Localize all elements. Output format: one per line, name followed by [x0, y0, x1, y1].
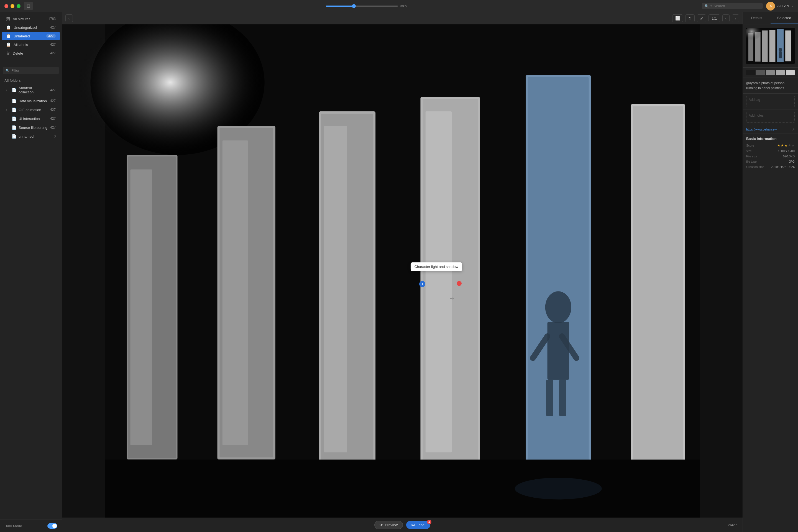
right-panel: Details Selected — [743, 12, 798, 532]
folder-item-amateur[interactable]: › 📄 Amateur collection 427 — [2, 84, 60, 96]
filter-input[interactable] — [11, 69, 58, 73]
folder-item-gif[interactable]: › 📄 GIF animation 427 — [2, 106, 60, 114]
filter-container: 🔍 — [3, 67, 59, 74]
crop-button[interactable]: ⬜ — [672, 14, 683, 22]
sidebar-label: All labels — [14, 43, 48, 47]
traffic-lights — [4, 4, 20, 8]
back-button[interactable]: ‹ — [65, 14, 73, 22]
folder-item-unnamed[interactable]: 📄 unnamed 0 — [2, 132, 60, 140]
star-rating[interactable]: ★ ★ ★ ★ ★ — [777, 144, 795, 147]
folder-count: 427 — [50, 99, 56, 103]
basic-info: Basic Information Score ★ ★ ★ ★ ★ size 1… — [743, 134, 798, 173]
sidebar-label: Unlabeled — [14, 34, 43, 38]
folder-item-source-file[interactable]: 📄 Source file sorting 427 — [2, 123, 60, 132]
uncategorized-icon: 📋 — [6, 25, 11, 30]
zoom-slider-container: 38% — [326, 4, 409, 8]
annotation-tooltip[interactable]: Character light and shadow — [411, 262, 462, 271]
image-toolbar: ‹ ⬜ ↻ ⤢ 1:1 ‹ › — [62, 12, 743, 24]
folder-count: 0 — [54, 134, 56, 138]
folder-icon: 📄 — [12, 108, 16, 112]
sidebar-item-all-pictures[interactable]: 🖼 All pictures 1783 — [2, 15, 60, 23]
folder-label: Source file sorting — [19, 126, 48, 130]
folder-count: 427 — [50, 126, 56, 129]
right-panel-tabs: Details Selected — [743, 12, 798, 24]
minimize-button[interactable] — [11, 4, 14, 8]
swatch-1[interactable] — [746, 70, 755, 75]
external-link-icon[interactable]: ↗ — [792, 128, 795, 131]
file-type-value: JPG — [789, 160, 795, 163]
svg-point-34 — [779, 48, 782, 52]
swatch-3[interactable] — [766, 70, 775, 75]
sidebar-toggle-button[interactable]: ⊟ — [24, 2, 33, 10]
dark-mode-toggle[interactable] — [48, 523, 57, 529]
folder-label: Data visualization — [19, 99, 48, 103]
eye-icon: 👁 — [380, 523, 383, 527]
tab-selected[interactable]: Selected — [771, 12, 798, 24]
zoom-percentage: 38% — [400, 4, 409, 8]
zoom-slider[interactable] — [326, 5, 398, 7]
svg-rect-35 — [779, 52, 782, 58]
svg-rect-8 — [223, 140, 248, 445]
sidebar-section-main: 🖼 All pictures 1783 📋 Uncategorized 427 … — [0, 12, 62, 60]
prev-image-button[interactable]: ‹ — [722, 14, 730, 22]
folders-section-title: All folders — [0, 76, 62, 84]
url-text: https://www.behance··· — [746, 128, 790, 131]
size-value: 1600 x 1200 — [778, 149, 795, 153]
preview-label: Preview — [385, 523, 398, 527]
star-4: ★ — [788, 144, 791, 147]
username: ALEAN — [777, 4, 789, 8]
chevron-down-icon: ⌄ — [791, 4, 794, 7]
tag-area: Add tag — [743, 94, 798, 110]
annotation-dot-1[interactable]: 1 — [419, 281, 425, 287]
preview-button[interactable]: 👁 Preview — [374, 521, 403, 529]
star-3: ★ — [784, 144, 787, 147]
swatch-2[interactable] — [756, 70, 765, 75]
file-size-label: File size — [746, 155, 757, 158]
folder-item-ui[interactable]: 📄 UI interaction 427 — [2, 114, 60, 123]
user-section[interactable]: A ALEAN ⌄ — [766, 2, 794, 11]
search-container: 🔍 ▾ — [702, 3, 763, 9]
svg-rect-24 — [633, 107, 683, 472]
main-layout: 🖼 All pictures 1783 📋 Uncategorized 427 … — [0, 12, 798, 532]
notes-input[interactable]: Add notes — [746, 112, 795, 123]
main-image — [62, 24, 743, 518]
tag-input[interactable]: Add tag — [746, 96, 795, 107]
swatch-4[interactable] — [776, 70, 785, 75]
svg-rect-16 — [528, 77, 589, 472]
pictures-icon: 🖼 — [6, 17, 10, 21]
next-image-button[interactable]: › — [732, 14, 739, 22]
label-icon: 🏷 — [411, 523, 415, 527]
svg-rect-25 — [105, 460, 700, 518]
search-input[interactable] — [714, 4, 760, 8]
sidebar-label: Uncategorized — [14, 25, 48, 30]
rotate-button[interactable]: ↻ — [685, 14, 695, 22]
sidebar-item-uncategorized[interactable]: 📋 Uncategorized 427 — [2, 23, 60, 32]
folder-icon: 📄 — [12, 125, 16, 130]
fit-button[interactable]: ⤢ — [697, 14, 706, 22]
sidebar-item-delete[interactable]: 🗑 Delete 427 — [2, 49, 60, 57]
folder-count: 427 — [50, 108, 56, 112]
swatch-5[interactable] — [786, 70, 795, 75]
image-area: Character light and shadow 1 ✛ — [62, 24, 743, 518]
annotation-dot-2[interactable] — [457, 281, 462, 286]
dark-mode-label: Dark Mode — [4, 524, 22, 528]
sidebar-count: 427 — [50, 51, 56, 55]
thumbnail-area — [743, 24, 798, 68]
folder-icon: 📄 — [12, 116, 16, 121]
one-to-one-button[interactable]: 1:1 — [708, 14, 720, 22]
maximize-button[interactable] — [17, 4, 20, 8]
tab-details[interactable]: Details — [743, 12, 771, 24]
label-button[interactable]: 🏷 Label 4 — [406, 521, 430, 529]
close-button[interactable] — [4, 4, 8, 8]
color-swatches — [743, 68, 798, 78]
avatar: A — [766, 2, 775, 11]
search-dropdown-icon[interactable]: ▾ — [710, 4, 712, 7]
folder-item-data-viz[interactable]: 📄 Data visualization 427 — [2, 97, 60, 105]
sidebar-item-all-labels[interactable]: 📋 All labels 427 — [2, 40, 60, 49]
url-section: https://www.behance··· ↗ — [743, 125, 798, 134]
folder-count: 427 — [50, 117, 56, 120]
sidebar-count: 1783 — [48, 17, 56, 21]
sidebar-item-unlabeled[interactable]: 📋 Unlabeled 427 — [2, 32, 60, 40]
star-2: ★ — [781, 144, 784, 147]
chevron-right-icon: › — [6, 89, 10, 92]
